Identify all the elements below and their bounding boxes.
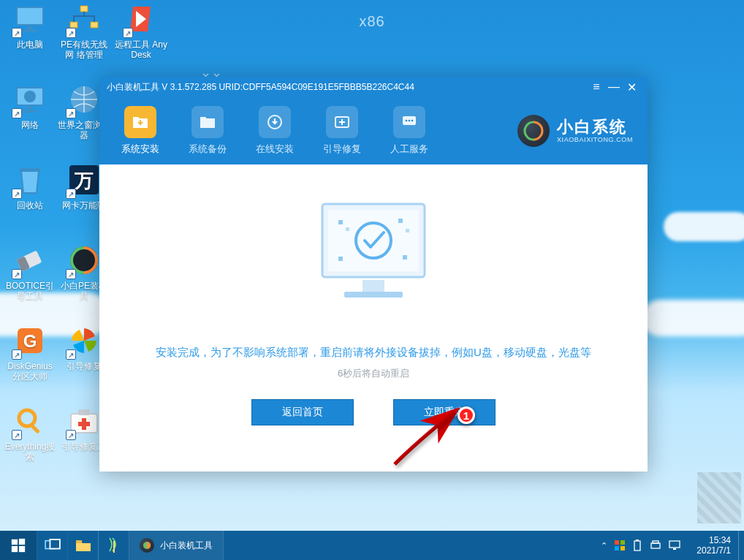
folder-down-icon	[124, 106, 156, 138]
clock-date: 2021/7/1	[696, 545, 731, 556]
tray-display-icon[interactable]	[669, 540, 680, 550]
svg-rect-32	[328, 210, 419, 271]
taskbar-app-installer[interactable]: 小白装机工具	[129, 531, 224, 560]
svg-rect-59	[673, 548, 676, 550]
shortcut-arrow-icon: ↗	[66, 189, 76, 199]
svg-rect-49	[113, 541, 115, 553]
svg-rect-11	[20, 168, 40, 172]
shortcut-arrow-icon: ↗	[12, 430, 22, 440]
desktop-icon-diskgenius[interactable]: GDiskGenius 分区大师↗	[3, 323, 57, 382]
shortcut-arrow-icon: ↗	[66, 349, 76, 360]
toolbar: 系统安装系统备份在线安装引导修复人工服务小白系统XIAOBAIXITONG.CO…	[99, 97, 648, 164]
tray-battery-icon[interactable]	[632, 540, 642, 551]
tab-label: 系统安装	[107, 143, 174, 156]
svg-rect-53	[620, 546, 625, 550]
shortcut-arrow-icon: ↗	[12, 189, 22, 199]
svg-point-30	[411, 120, 414, 122]
tab-install[interactable]: 系统安装	[107, 106, 174, 156]
svg-rect-33	[362, 280, 384, 292]
back-home-button[interactable]: 返回首页	[251, 399, 354, 425]
plus-icon	[326, 106, 358, 138]
tab-backup[interactable]: 系统备份	[174, 106, 241, 156]
svg-rect-36	[338, 220, 343, 224]
svg-rect-40	[338, 257, 343, 261]
tab-label: 系统备份	[174, 143, 241, 156]
shortcut-arrow-icon: ↗	[12, 269, 22, 279]
minimize-button[interactable]: —	[605, 80, 623, 94]
desktop-icon-label: Everything搜 索	[3, 442, 57, 462]
explorer-button[interactable]	[67, 531, 98, 560]
svg-point-7	[24, 91, 36, 102]
desktop-icon-bootice[interactable]: BOOTICE引 导工具↗	[3, 243, 57, 301]
download-icon	[259, 106, 291, 138]
tab-online[interactable]: 在线安装	[241, 106, 308, 156]
desktop-icon-pe-net[interactable]: PE有线无线网 络管理↗	[57, 1, 111, 60]
desktop-icon-network[interactable]: 网络↗	[3, 82, 57, 130]
taskview-button[interactable]	[37, 531, 67, 560]
tray-chevron-icon[interactable]: ⌃	[601, 541, 607, 550]
svg-rect-1	[27, 26, 33, 30]
close-button[interactable]: ✕	[623, 80, 640, 94]
svg-rect-45	[19, 546, 25, 552]
desktop-icon-label: 网络	[3, 120, 57, 130]
install-complete-message: 安装完成，为了不影响系统部署，重启前请将外接设备拔掉，例如U盘，移动硬盘，光盘等	[156, 346, 591, 360]
tab-label: 引导修复	[308, 143, 376, 156]
svg-rect-0	[17, 7, 43, 25]
svg-rect-55	[636, 540, 639, 541]
content-area: 安装完成，为了不影响系统部署，重启前请将外接设备拔掉，例如U盘，移动硬盘，光盘等…	[99, 164, 648, 472]
menu-icon[interactable]: ≡	[588, 80, 605, 94]
desktop-icon-this-pc[interactable]: 此电脑↗	[3, 1, 57, 50]
desktop-icon-label: 回收站	[3, 200, 57, 211]
installer-window: 小白装机工具 V 3.1.572.285 URID:CDFF5A594C09E1…	[99, 77, 648, 472]
shortcut-arrow-icon: ↗	[12, 28, 22, 38]
titlebar: 小白装机工具 V 3.1.572.285 URID:CDFF5A594C09E1…	[99, 77, 648, 97]
desktop-icon-everything[interactable]: Everything搜 索↗	[3, 404, 57, 462]
desktop-icon-recycle[interactable]: 回收站↗	[3, 162, 57, 211]
wifi-icon[interactable]	[98, 531, 129, 560]
taskbar-app-label: 小白装机工具	[160, 540, 213, 552]
desktop-icon-label: 此电脑	[3, 39, 57, 50]
success-monitor-icon	[300, 197, 447, 314]
taskbar-clock[interactable]: 15:34 2021/7/1	[689, 531, 738, 560]
taskbar: 小白装机工具 ⌃ 15:34 2021/7/1	[0, 531, 744, 560]
show-desktop-button[interactable]	[738, 531, 744, 560]
tab-support[interactable]: 人工服务	[376, 106, 443, 156]
brand: 小白系统XIAOBAIXITONG.COM	[517, 115, 640, 147]
svg-rect-43	[19, 539, 25, 545]
svg-rect-20	[30, 424, 39, 434]
shortcut-arrow-icon: ↗	[66, 108, 76, 118]
watermark-pixels	[697, 472, 741, 523]
desktop-icon-label: PE有线无线网 络管理	[57, 39, 111, 60]
system-tray[interactable]: ⌃	[592, 531, 689, 560]
svg-point-29	[409, 120, 411, 122]
shortcut-arrow-icon: ↗	[66, 28, 76, 38]
svg-text:G: G	[23, 331, 37, 351]
svg-point-28	[406, 120, 408, 122]
svg-rect-37	[346, 227, 349, 231]
svg-rect-54	[634, 541, 640, 550]
tab-bootfix[interactable]: 引导修复	[308, 106, 376, 156]
svg-rect-24	[78, 422, 90, 426]
svg-rect-41	[403, 255, 407, 260]
svg-rect-56	[651, 543, 660, 548]
tray-printer-icon[interactable]	[650, 540, 661, 550]
svg-rect-38	[398, 219, 403, 223]
svg-rect-48	[76, 540, 82, 543]
tab-label: 人工服务	[376, 143, 443, 156]
brand-name: 小白系统	[557, 118, 633, 136]
svg-rect-8	[27, 107, 33, 110]
arch-label: x86	[359, 13, 384, 30]
window-title: 小白装机工具 V 3.1.572.285 URID:CDFF5A594C09E1…	[107, 81, 588, 94]
svg-rect-50	[615, 540, 619, 545]
start-button[interactable]	[0, 531, 37, 560]
tray-flag-icon[interactable]	[615, 540, 625, 550]
shortcut-arrow-icon: ↗	[12, 349, 22, 360]
tab-label: 在线安装	[241, 143, 308, 156]
brand-logo-icon	[517, 115, 550, 147]
svg-rect-58	[669, 541, 680, 548]
desktop-icon-anydesk[interactable]: 远程工具 AnyDesk↗	[114, 1, 168, 60]
svg-rect-39	[406, 229, 409, 232]
svg-rect-42	[12, 540, 18, 545]
svg-rect-57	[653, 541, 658, 543]
svg-rect-22	[78, 409, 90, 415]
